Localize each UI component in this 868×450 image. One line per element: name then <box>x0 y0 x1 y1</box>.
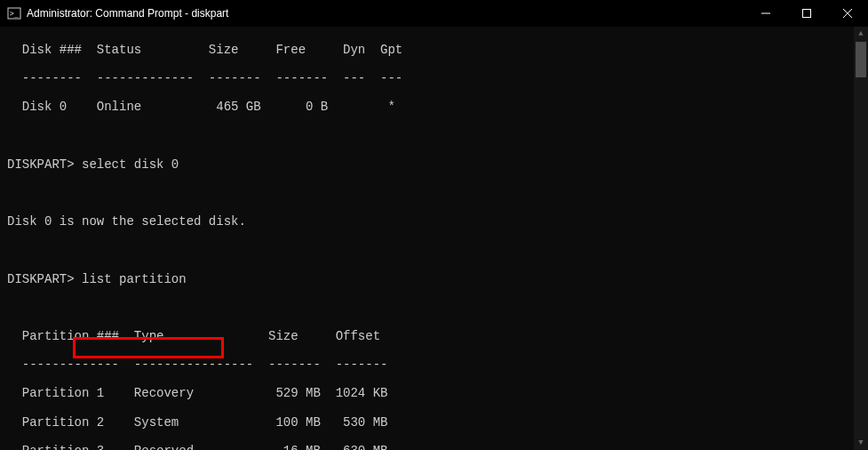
disk-row: Disk 0 Online 465 GB 0 B * <box>7 100 861 114</box>
window-title: Administrator: Command Prompt - diskpart <box>27 7 228 20</box>
minimize-button[interactable] <box>745 0 786 27</box>
disk-list-divider: -------- ------------- ------- ------- -… <box>7 71 861 85</box>
prompt-line: DISKPART> select disk 0 <box>7 157 861 172</box>
scrollbar-up-arrow-icon[interactable]: ▲ <box>854 27 868 41</box>
scrollbar-track[interactable]: ▲ ▼ <box>854 27 868 450</box>
svg-rect-3 <box>803 10 811 18</box>
output-message: Disk 0 is now the selected disk. <box>7 214 861 229</box>
cmd-icon: >_ <box>7 6 21 20</box>
maximize-button[interactable] <box>786 0 827 27</box>
partition-list-divider: ------------- ---------------- ------- -… <box>7 358 861 372</box>
partition-list-header: Partition ### Type Size Offset <box>7 329 861 343</box>
terminal-output[interactable]: Disk ### Status Size Free Dyn Gpt ------… <box>0 27 868 450</box>
disk-list-header: Disk ### Status Size Free Dyn Gpt <box>7 43 861 57</box>
window-controls <box>745 0 868 27</box>
partition-row: Partition 2 System 100 MB 530 MB <box>7 415 861 430</box>
titlebar-left: >_ Administrator: Command Prompt - diskp… <box>7 6 228 20</box>
partition-row: Partition 3 Reserved 16 MB 630 MB <box>7 444 861 450</box>
scrollbar-down-arrow-icon[interactable]: ▼ <box>854 436 868 450</box>
titlebar[interactable]: >_ Administrator: Command Prompt - diskp… <box>0 0 868 27</box>
partition-row: Partition 1 Recovery 529 MB 1024 KB <box>7 386 861 400</box>
svg-text:>_: >_ <box>10 10 19 18</box>
close-button[interactable] <box>827 0 868 27</box>
scrollbar-thumb[interactable] <box>856 42 866 77</box>
prompt-line: DISKPART> list partition <box>7 272 861 286</box>
